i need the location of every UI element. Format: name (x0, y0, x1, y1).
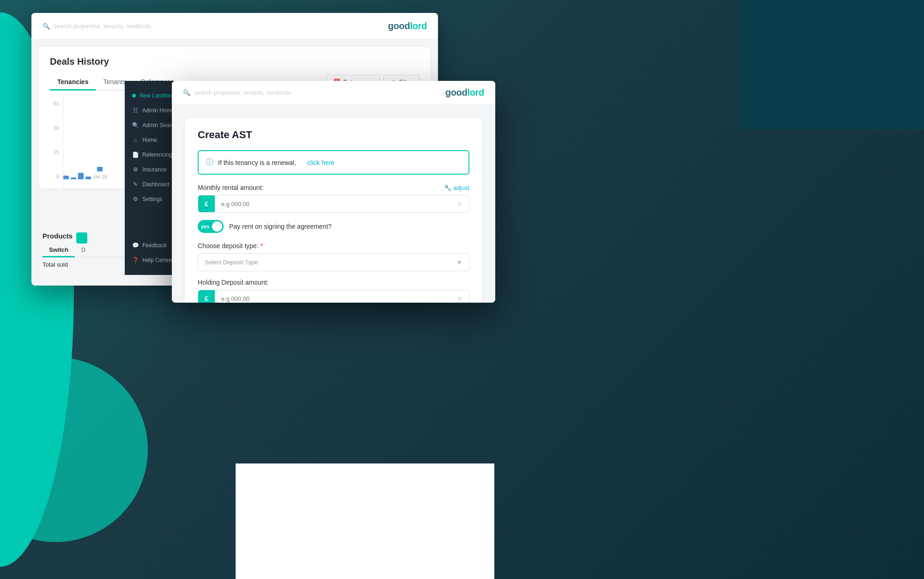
tab-tenancies[interactable]: Tenancies (50, 74, 96, 91)
chart-bar (85, 177, 91, 179)
chart-bar (71, 177, 76, 179)
wrench-icon: 🔧 (444, 184, 451, 191)
required-asterisk: * (260, 242, 262, 250)
chart-bar-group (63, 176, 69, 179)
holding-deposit-input-group: £ ✕ (198, 290, 469, 303)
sidebar-label-help: Help Centre (142, 257, 172, 263)
front-search-area: 🔍 search properties, tenants, landlords (183, 89, 291, 96)
search-icon: 🔍 (132, 122, 139, 128)
products-tab-d[interactable]: D (75, 244, 92, 256)
doc-icon: 📄 (132, 152, 139, 158)
pay-rent-toggle-row: yes Pay rent on signing the agreement? (198, 220, 469, 233)
toggle-circle (212, 221, 222, 232)
renewal-banner: ⓘ If this tenancy is a renewal, click he… (198, 150, 469, 175)
deposit-type-select-group: Select Deposit Type ▼ (198, 253, 469, 271)
form-card: Create AST ⓘ If this tenancy is a renewa… (185, 118, 482, 303)
clear-icon: ✕ (450, 195, 469, 212)
form-title: Create AST (198, 129, 469, 141)
toggle-yes-label: yes (199, 224, 211, 229)
deposit-type-select[interactable]: Select Deposit Type (198, 254, 450, 271)
grid-icon: ☷ (132, 107, 139, 114)
sidebar-label-admin-home: Admin Home (142, 107, 174, 114)
chart-bar (63, 176, 69, 179)
monthly-rental-input-group: £ ✕ (198, 195, 469, 213)
pay-rent-question: Pay rent on signing the agreement? (229, 223, 332, 230)
monthly-rental-label-row: Monthly rental amount: 🔧 adjust (198, 184, 469, 191)
feedback-icon: 💬 (132, 242, 139, 249)
currency-prefix: £ (198, 195, 215, 212)
chart-icon: ✎ (132, 181, 139, 188)
active-indicator (132, 94, 136, 98)
deals-history-title: Deals History (50, 56, 419, 67)
holding-currency-prefix: £ (198, 290, 215, 303)
front-window-header: 🔍 search properties, tenants, landlords … (172, 81, 495, 105)
holding-deposit-label: Holding Deposit amount: (198, 279, 469, 286)
home-icon: ⌂ (132, 137, 139, 143)
help-icon: ❓ (132, 257, 139, 263)
holding-clear-icon: ✕ (450, 290, 469, 303)
chart-bar-group: Jan-18 (93, 167, 107, 179)
front-window-logo: goodlord (445, 87, 484, 98)
white-block-bottom (236, 463, 494, 579)
chart-bar (78, 173, 84, 179)
back-search-placeholder: search properties, tenants, landlords (54, 23, 151, 30)
products-title: Products (43, 232, 73, 240)
info-icon: ⓘ (206, 158, 213, 167)
create-ast-window: 🔍 search properties, tenants, landlords … (172, 81, 495, 303)
sidebar-label-dashboard: Dashboard (142, 181, 170, 188)
renewal-link[interactable]: click here (307, 159, 334, 166)
sidebar-label-referencing: Referencing (142, 152, 172, 158)
back-window-header: 🔍 search properties, tenants, landlords … (31, 13, 438, 40)
holding-deposit-input[interactable] (215, 291, 450, 303)
adjust-link[interactable]: 🔧 adjust (444, 184, 469, 191)
monthly-rental-label: Monthly rental amount: (198, 184, 263, 191)
deposit-type-label: Choose deposit type: * (198, 242, 469, 250)
sidebar-label-insurance: Insurance (142, 166, 167, 173)
products-tab-switch[interactable]: Switch (43, 244, 75, 257)
chart-y-axis: 51 30 15 0 (50, 96, 63, 189)
settings-icon: ⚙ (132, 196, 139, 202)
sidebar-label-settings: Settings (142, 196, 162, 202)
shield-icon: ⚙ (132, 166, 139, 173)
sidebar-label-home: Home (142, 137, 157, 143)
search-icon-front: 🔍 (183, 89, 190, 96)
monthly-rental-input[interactable] (215, 196, 450, 212)
teal-shape-top-right (739, 0, 924, 129)
sidebar-label-new-landlord: New Landlord (140, 92, 174, 99)
back-window-logo: goodlord (388, 21, 427, 31)
chart-bar-group (71, 177, 76, 179)
chart-bar-group (85, 177, 91, 179)
chart-bar (97, 167, 103, 171)
front-search-placeholder: search properties, tenants, landlords (194, 89, 291, 96)
renewal-text: If this tenancy is a renewal, (218, 159, 296, 166)
search-icon: 🔍 (43, 23, 50, 30)
sidebar-label-feedback: Feedback (142, 242, 167, 249)
chevron-down-icon: ▼ (450, 259, 469, 266)
pay-rent-toggle[interactable]: yes (198, 220, 224, 233)
chart-bar-group (78, 173, 84, 179)
products-badge (76, 232, 87, 244)
back-search-area: 🔍 search properties, tenants, landlords (43, 23, 151, 30)
form-container: Create AST ⓘ If this tenancy is a renewa… (172, 105, 495, 303)
